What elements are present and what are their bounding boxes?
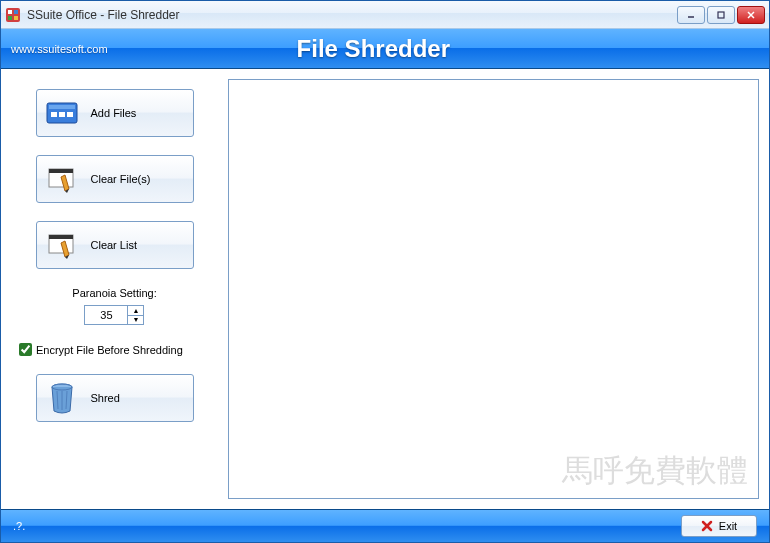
exit-icon — [701, 520, 713, 532]
paranoia-spinner: ▲ ▼ — [84, 305, 144, 325]
svg-rect-12 — [59, 112, 65, 117]
app-title: File Shredder — [108, 35, 759, 63]
titlebar: SSuite Office - File Shredder — [1, 1, 769, 29]
watermark-text: 馬呼免費軟體 — [562, 450, 748, 492]
clear-files-button[interactable]: Clear File(s) — [36, 155, 194, 203]
svg-rect-6 — [718, 12, 724, 18]
maximize-button[interactable] — [707, 6, 735, 24]
app-icon — [5, 7, 21, 23]
svg-rect-4 — [14, 16, 18, 20]
encrypt-label: Encrypt File Before Shredding — [36, 344, 183, 356]
shred-button[interactable]: Shred — [36, 374, 194, 422]
content-area: 馬呼免費軟體 — [228, 69, 769, 509]
add-files-icon — [43, 97, 81, 129]
website-url: www.ssuitesoft.com — [11, 43, 108, 55]
encrypt-checkbox-row[interactable]: Encrypt File Before Shredding — [19, 343, 210, 356]
svg-rect-3 — [8, 16, 12, 20]
svg-rect-10 — [49, 105, 75, 109]
add-files-button[interactable]: Add Files — [36, 89, 194, 137]
svg-rect-2 — [14, 10, 18, 14]
clear-files-icon — [43, 163, 81, 195]
footer: .?. Exit — [1, 509, 769, 542]
paranoia-label: Paranoia Setting: — [72, 287, 156, 299]
sidebar: Add Files Clear File(s) Clear List Paran… — [1, 69, 228, 509]
add-files-label: Add Files — [91, 107, 137, 119]
svg-rect-1 — [8, 10, 12, 14]
clear-list-button[interactable]: Clear List — [36, 221, 194, 269]
paranoia-down-button[interactable]: ▼ — [128, 316, 143, 325]
clear-list-label: Clear List — [91, 239, 137, 251]
svg-rect-13 — [67, 112, 73, 117]
encrypt-checkbox[interactable] — [19, 343, 32, 356]
clear-files-label: Clear File(s) — [91, 173, 151, 185]
status-text: .?. — [13, 520, 25, 532]
trash-icon — [43, 382, 81, 414]
minimize-button[interactable] — [677, 6, 705, 24]
window-controls — [677, 6, 765, 24]
main-area: Add Files Clear File(s) Clear List Paran… — [1, 69, 769, 509]
svg-rect-15 — [49, 169, 73, 173]
header-band: www.ssuitesoft.com File Shredder — [1, 29, 769, 69]
paranoia-input[interactable] — [84, 305, 128, 325]
clear-list-icon — [43, 229, 81, 261]
close-button[interactable] — [737, 6, 765, 24]
exit-button[interactable]: Exit — [681, 515, 757, 537]
svg-rect-11 — [51, 112, 57, 117]
window-title: SSuite Office - File Shredder — [27, 8, 180, 22]
paranoia-setting: Paranoia Setting: ▲ ▼ — [72, 287, 156, 325]
paranoia-up-button[interactable]: ▲ — [128, 306, 143, 316]
file-list[interactable]: 馬呼免費軟體 — [228, 79, 759, 499]
exit-label: Exit — [719, 520, 737, 532]
shred-label: Shred — [91, 392, 120, 404]
svg-rect-17 — [49, 235, 73, 239]
